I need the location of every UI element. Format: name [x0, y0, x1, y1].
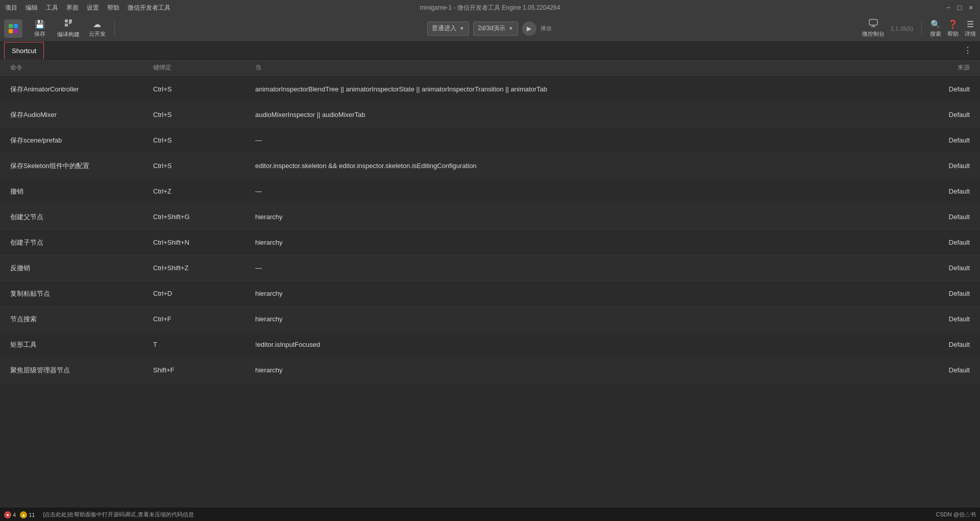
svg-rect-2	[9, 29, 13, 33]
table-row[interactable]: 保存Skeleton组件中的配置 Ctrl+S editor.inspector…	[0, 153, 980, 179]
play-label: 播放	[541, 25, 552, 32]
save-button[interactable]: 💾 保存	[29, 18, 51, 39]
menu-item-project[interactable]: 项目	[5, 4, 17, 12]
menu-item-interface[interactable]: 界面	[66, 4, 79, 12]
header-when: 当	[255, 63, 909, 72]
minimize-button[interactable]: －	[944, 4, 952, 12]
cell-cmd-8: 复制粘贴节点	[10, 289, 153, 298]
detail-label: 详情	[965, 30, 976, 38]
header-src: 来源	[909, 63, 970, 72]
table-row[interactable]: 创建父节点 Ctrl+Shift+G hierarchy Default	[0, 204, 980, 230]
cell-src-9: Default	[909, 315, 970, 323]
enter-mode-dropdown[interactable]: 普通进入 ▼	[427, 21, 469, 36]
cell-key-8: Ctrl+D	[153, 290, 255, 297]
detail-button[interactable]: ☰ 详情	[965, 19, 976, 38]
cell-when-9: hierarchy	[255, 315, 909, 323]
play-button[interactable]: ▶	[522, 21, 536, 36]
help-button[interactable]: ❓ 帮助	[947, 19, 959, 38]
close-button[interactable]: ×	[967, 4, 975, 12]
cell-cmd-9: 节点搜索	[10, 315, 153, 324]
cell-key-3: Ctrl+S	[153, 162, 255, 170]
toolbar-separator-2	[921, 21, 922, 36]
save-label: 保存	[34, 30, 45, 38]
cell-src-8: Default	[909, 290, 970, 297]
cell-src-6: Default	[909, 239, 970, 246]
cell-cmd-5: 创建父节点	[10, 212, 153, 222]
maximize-button[interactable]: □	[955, 4, 964, 12]
error-count: 4	[13, 512, 16, 518]
menu-item-tools[interactable]: 工具	[46, 4, 58, 12]
cell-cmd-7: 反撤销	[10, 264, 153, 273]
cell-when-5: hierarchy	[255, 213, 909, 221]
detail-icon: ☰	[967, 19, 974, 29]
table-row[interactable]: 撤销 Ctrl+Z — Default	[0, 179, 980, 204]
cell-src-2: Default	[909, 136, 970, 144]
svg-rect-3	[14, 29, 18, 33]
help-icon: ❓	[948, 19, 958, 29]
table-row[interactable]: 复制粘贴节点 Ctrl+D hierarchy Default	[0, 281, 980, 306]
wechat-control-button[interactable]: 微控制台	[862, 19, 885, 38]
compile-label: 编译构建	[57, 31, 80, 38]
enter-mode-label: 普通进入	[432, 24, 456, 33]
status-bar: ● 4 ▲ 11 [点击此处]在帮助面板中打开源码调试,查看未压缩的代码信息 C…	[0, 508, 980, 521]
cell-when-0: animatorInspectorBlendTree || animatorIn…	[255, 85, 909, 93]
tab-shortcut[interactable]: Shortcut	[4, 42, 44, 59]
cell-when-3: editor.inspector.skeleton && editor.insp…	[255, 162, 909, 170]
render-mode-dropdown[interactable]: 2d/3d演示 ▼	[473, 21, 518, 36]
table-row[interactable]: 保存AnimatorController Ctrl+S animatorInsp…	[0, 77, 980, 102]
cloud-label: 云开发	[89, 30, 106, 38]
menu-item-settings[interactable]: 设置	[87, 4, 99, 12]
cell-when-7: —	[255, 264, 909, 272]
window-title: minigame-1 - 微信开发者工具 Engine 1.05.2204264	[420, 4, 560, 12]
tab-more-button[interactable]: ⋮	[960, 45, 976, 55]
cell-cmd-11: 聚焦层级管理器节点	[10, 366, 153, 375]
cell-key-5: Ctrl+Shift+G	[153, 213, 255, 221]
column-headers: 命令 键绑定 当 来源	[0, 59, 980, 77]
table-row[interactable]: 创建子节点 Ctrl+Shift+N hierarchy Default	[0, 230, 980, 255]
shortcuts-table[interactable]: 保存AnimatorController Ctrl+S animatorInsp…	[0, 77, 980, 508]
warning-count: 11	[29, 512, 35, 518]
toolbar-center: 普通进入 ▼ 2d/3d演示 ▼ ▶ 播放	[427, 21, 552, 36]
status-message[interactable]: [点击此处]在帮助面板中打开源码调试,查看未压缩的代码信息	[43, 511, 932, 518]
cell-cmd-6: 创建子节点	[10, 238, 153, 247]
cell-cmd-0: 保存AnimatorController	[10, 85, 153, 94]
cloud-button[interactable]: ☁ 云开发	[86, 18, 108, 39]
search-button[interactable]: 🔍 搜索	[930, 19, 941, 38]
table-row[interactable]: 保存AudioMixer Ctrl+S audioMixerInspector …	[0, 102, 980, 128]
search-label: 搜索	[930, 30, 941, 38]
cell-key-0: Ctrl+S	[153, 85, 255, 93]
table-row[interactable]: 矩形工具 T !editor.isInputFocused Default	[0, 332, 980, 358]
cell-when-11: hierarchy	[255, 366, 909, 374]
cell-when-8: hierarchy	[255, 290, 909, 297]
table-row[interactable]: 反撤销 Ctrl+Shift+Z — Default	[0, 255, 980, 281]
cell-src-1: Default	[909, 111, 970, 119]
error-badge: ● 4	[4, 511, 16, 518]
menu-item-devtools[interactable]: 微信开发者工具	[128, 4, 170, 12]
render-mode-label: 2d/3d演示	[478, 24, 505, 33]
help-label: 帮助	[947, 30, 959, 38]
table-row[interactable]: 节点搜索 Ctrl+F hierarchy Default	[0, 306, 980, 332]
save-icon: 💾	[35, 19, 45, 29]
header-cmd: 命令	[10, 63, 153, 72]
cell-key-10: T	[153, 341, 255, 348]
svg-rect-1	[14, 24, 18, 28]
toolbar-separator-1	[114, 21, 115, 36]
dropdown-arrow-1: ▼	[459, 26, 464, 31]
table-row[interactable]: 保存scene/prefab Ctrl+S — Default	[0, 128, 980, 153]
cell-cmd-2: 保存scene/prefab	[10, 136, 153, 145]
cell-key-9: Ctrl+F	[153, 315, 255, 323]
tab-shortcut-label: Shortcut	[12, 47, 36, 55]
menu-bar: 项目 编辑 工具 界面 设置 帮助 微信开发者工具	[5, 4, 170, 12]
cell-key-11: Shift+F	[153, 366, 255, 374]
search-icon: 🔍	[930, 19, 941, 29]
wechat-control-label: 微控制台	[862, 30, 885, 38]
compile-button[interactable]: 编译构建	[55, 18, 82, 39]
tab-bar: Shortcut ⋮	[0, 42, 980, 59]
menu-item-help[interactable]: 帮助	[107, 4, 119, 12]
cell-key-4: Ctrl+Z	[153, 187, 255, 195]
warning-icon: ▲	[20, 511, 27, 518]
table-row[interactable]: 聚焦层级管理器节点 Shift+F hierarchy Default	[0, 358, 980, 383]
toolbar-right: 微控制台 1.1.35(5) 🔍 搜索 ❓ 帮助 ☰ 详情	[862, 19, 976, 38]
menu-item-edit[interactable]: 编辑	[26, 4, 38, 12]
version-label: 1.1.35(5)	[891, 26, 913, 32]
